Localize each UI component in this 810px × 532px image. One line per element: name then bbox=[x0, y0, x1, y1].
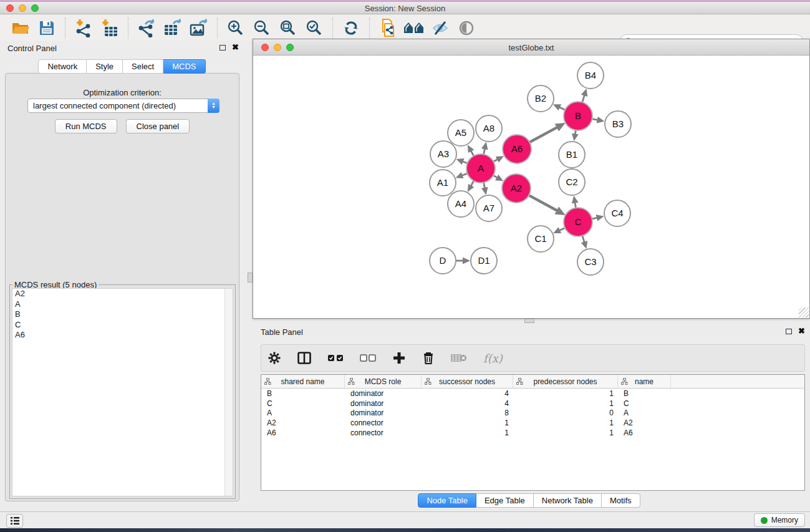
graph-node-A[interactable]: A bbox=[466, 154, 495, 183]
network-window-title: testGlobe.txt bbox=[253, 43, 809, 52]
zoom-selected-button[interactable] bbox=[303, 17, 325, 39]
network-window-titlebar[interactable]: testGlobe.txt bbox=[253, 39, 809, 56]
mcds-result-item[interactable]: C bbox=[12, 320, 233, 331]
graph-node-D1[interactable]: D1 bbox=[471, 248, 497, 274]
zoom-in-button[interactable] bbox=[224, 17, 247, 39]
graph-node-B3[interactable]: B3 bbox=[605, 111, 631, 137]
node-label: B4 bbox=[585, 70, 596, 80]
open-session-button[interactable] bbox=[9, 17, 32, 39]
export-image-button[interactable] bbox=[188, 17, 210, 39]
column-header-MCDS-role[interactable]: MCDS role bbox=[345, 375, 422, 388]
memory-button[interactable]: Memory bbox=[754, 513, 805, 527]
panel-divider-handle[interactable] bbox=[524, 319, 534, 323]
run-mcds-button[interactable]: Run MCDS bbox=[55, 119, 117, 133]
duplicate-network-button[interactable] bbox=[377, 17, 399, 39]
column-header-successor-nodes[interactable]: successor nodes bbox=[422, 375, 513, 388]
table-cell: B bbox=[618, 389, 671, 398]
node-label: A4 bbox=[455, 198, 466, 209]
table-row[interactable]: A2connector11A2 bbox=[261, 418, 804, 428]
close-panel-icon[interactable]: ✖ bbox=[798, 328, 805, 334]
close-panel-icon[interactable]: ✖ bbox=[232, 44, 239, 51]
list-icon bbox=[10, 516, 20, 525]
graph-node-A8[interactable]: A8 bbox=[476, 115, 502, 142]
table-row[interactable]: Bdominator41B bbox=[261, 389, 804, 399]
graph-node-C1[interactable]: C1 bbox=[528, 226, 554, 252]
edge-A6-B[interactable] bbox=[529, 127, 558, 143]
create-column-button[interactable] bbox=[392, 349, 406, 367]
deselect-all-button[interactable] bbox=[360, 349, 376, 367]
float-panel-icon[interactable] bbox=[786, 329, 792, 334]
hide-graphics-details-button[interactable] bbox=[429, 17, 451, 39]
graph-node-B4[interactable]: B4 bbox=[577, 62, 604, 89]
graph-node-A6[interactable]: A6 bbox=[503, 135, 531, 163]
graph-node-A5[interactable]: A5 bbox=[448, 120, 474, 146]
table-row[interactable]: Cdominator41C bbox=[261, 399, 804, 409]
save-session-button[interactable] bbox=[36, 17, 58, 39]
graph-node-A3[interactable]: A3 bbox=[430, 141, 456, 167]
panel-divider-handle[interactable] bbox=[248, 273, 253, 283]
task-history-button[interactable] bbox=[6, 514, 23, 528]
table-toolbar: f(x) bbox=[261, 344, 805, 372]
zoom-fit-icon bbox=[279, 19, 297, 37]
resize-grip[interactable] bbox=[799, 307, 809, 317]
graph-node-B2[interactable]: B2 bbox=[528, 85, 554, 112]
import-table-button[interactable] bbox=[99, 17, 121, 39]
delete-table-button[interactable] bbox=[451, 349, 467, 367]
graph-node-A2[interactable]: A2 bbox=[502, 174, 531, 203]
columns-icon bbox=[297, 352, 311, 364]
tab-select[interactable]: Select bbox=[123, 59, 163, 74]
graph-node-B[interactable]: B bbox=[564, 102, 592, 130]
graph-node-C2[interactable]: C2 bbox=[559, 169, 585, 195]
graph-node-C[interactable]: C bbox=[564, 208, 592, 236]
function-builder-button[interactable]: f(x) bbox=[483, 349, 503, 367]
mcds-result-item[interactable]: A2 bbox=[12, 289, 233, 299]
zoom-out-button[interactable] bbox=[251, 17, 273, 39]
graph-node-C3[interactable]: C3 bbox=[577, 249, 604, 275]
node-label: A6 bbox=[511, 143, 523, 154]
show-columns-button[interactable] bbox=[297, 349, 311, 367]
zoom-fit-button[interactable] bbox=[277, 17, 299, 39]
tab-motifs[interactable]: Motifs bbox=[602, 493, 640, 508]
table-row[interactable]: A6connector11A6 bbox=[261, 428, 804, 438]
delete-column-button[interactable] bbox=[422, 349, 435, 367]
table-mode-button[interactable] bbox=[268, 349, 281, 367]
tab-network-table[interactable]: Network Table bbox=[534, 493, 602, 508]
node-label: B1 bbox=[566, 149, 577, 160]
export-network-button[interactable] bbox=[135, 17, 158, 39]
criterion-select[interactable]: largest connected component (directed) ▲… bbox=[27, 99, 219, 113]
mcds-result-item[interactable]: A6 bbox=[12, 330, 233, 341]
control-panel-title: Control Panel bbox=[7, 44, 57, 53]
tab-node-table[interactable]: Node Table bbox=[418, 493, 476, 508]
refresh-button[interactable] bbox=[340, 17, 362, 39]
mcds-result-list[interactable]: A2ABCA6 bbox=[12, 288, 233, 496]
mcds-result-item[interactable]: B bbox=[12, 309, 233, 320]
column-header-predecessor-nodes[interactable]: predecessor nodes bbox=[513, 375, 618, 388]
column-header-shared-name[interactable]: shared name bbox=[261, 375, 345, 388]
graph-node-A7[interactable]: A7 bbox=[476, 195, 502, 221]
node-label: C4 bbox=[611, 208, 623, 218]
export-table-button[interactable] bbox=[162, 17, 184, 39]
tab-style[interactable]: Style bbox=[87, 59, 123, 74]
tab-edge-table[interactable]: Edge Table bbox=[476, 493, 534, 508]
tab-mcds[interactable]: MCDS bbox=[163, 59, 205, 74]
toolbar-separator bbox=[128, 17, 128, 39]
edge-A2-C[interactable] bbox=[528, 195, 557, 211]
scrollbar[interactable] bbox=[224, 289, 233, 496]
graph-node-A1[interactable]: A1 bbox=[430, 170, 456, 196]
graph-node-D[interactable]: D bbox=[430, 248, 456, 274]
mcds-result-item[interactable]: A bbox=[12, 299, 233, 310]
float-panel-icon[interactable] bbox=[219, 45, 226, 51]
first-neighbors-button[interactable] bbox=[403, 17, 425, 39]
graph-node-A4[interactable]: A4 bbox=[448, 191, 474, 217]
table-row[interactable]: Adominator80A bbox=[261, 408, 804, 418]
network-canvas[interactable]: B4B2BB3A5A8A6B1A3AC2A1A2A4A7C4CC1C3DD1 bbox=[253, 56, 809, 318]
tab-network[interactable]: Network bbox=[38, 59, 87, 74]
select-all-button[interactable] bbox=[327, 349, 344, 367]
graph-node-B1[interactable]: B1 bbox=[559, 142, 585, 168]
import-network-button[interactable] bbox=[72, 17, 95, 39]
close-panel-button[interactable]: Close panel bbox=[126, 119, 190, 133]
column-header-name[interactable]: name bbox=[618, 375, 671, 388]
node-table-body: Bdominator41BCdominator41CAdominator80AA… bbox=[261, 389, 804, 437]
graph-node-C4[interactable]: C4 bbox=[604, 200, 630, 226]
network-overview-button[interactable] bbox=[455, 17, 478, 39]
